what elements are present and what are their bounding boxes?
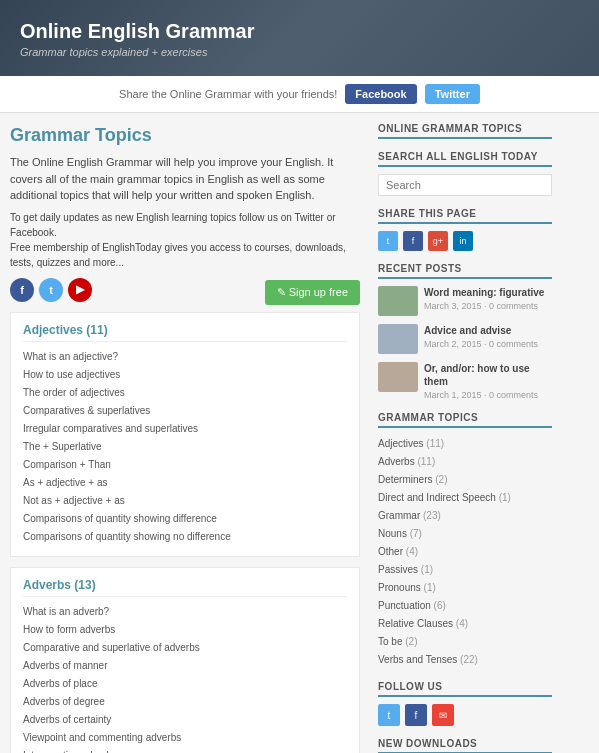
grammar-topic-sidebar-item[interactable]: Nouns (7) [378, 525, 552, 543]
facebook-share-icon[interactable]: f [403, 231, 423, 251]
post-thumbnail [378, 324, 418, 354]
site-title: Online English Grammar [20, 20, 579, 43]
online-grammar-topics-heading: ONLINE GRAMMAR TOPICS [378, 123, 552, 139]
post-info: Or, and/or: how to use themMarch 1, 2015… [424, 362, 552, 400]
sidebar-online-grammar-topics: ONLINE GRAMMAR TOPICS [378, 123, 552, 139]
topic-link[interactable]: Comparisons of quantity showing differen… [23, 510, 347, 528]
topic-link[interactable]: Comparatives & superlatives [23, 402, 347, 420]
grammar-topic-sidebar-item[interactable]: Direct and Indirect Speech (1) [378, 489, 552, 507]
recent-posts-container: Word meaning: figurativeMarch 3, 2015 · … [378, 286, 552, 400]
topic-link[interactable]: The + Superlative [23, 438, 347, 456]
linkedin-share-icon[interactable]: in [453, 231, 473, 251]
grammar-topic-sidebar-item[interactable]: Relative Clauses (4) [378, 615, 552, 633]
topic-link[interactable]: Not as + adjective + as [23, 492, 347, 510]
topic-link[interactable]: Adverbs of certainty [23, 711, 347, 729]
googleplus-share-icon[interactable]: g+ [428, 231, 448, 251]
follow-heading: FOLLOW US [378, 681, 552, 697]
site-header: Online English Grammar Grammar topics ex… [0, 0, 599, 76]
grammar-topic-sidebar-item[interactable]: To be (2) [378, 633, 552, 651]
share-bar-text: Share the Online Grammar with your frien… [119, 88, 337, 100]
topic-link[interactable]: What is an adjective? [23, 348, 347, 366]
recent-post: Or, and/or: how to use themMarch 1, 2015… [378, 362, 552, 400]
recent-post: Word meaning: figurativeMarch 3, 2015 · … [378, 286, 552, 316]
share-icons-row: t f g+ in [378, 231, 552, 251]
grammar-topic-sidebar-item[interactable]: Other (4) [378, 543, 552, 561]
email-follow-icon[interactable]: ✉ [432, 704, 454, 726]
grammar-topic-sidebar-item[interactable]: Pronouns (1) [378, 579, 552, 597]
grammar-topic-sidebar-item[interactable]: Passives (1) [378, 561, 552, 579]
topic-link[interactable]: The order of adjectives [23, 384, 347, 402]
post-info: Advice and adviseMarch 2, 2015 · 0 comme… [424, 324, 552, 349]
grammar-topics-sidebar-heading: GRAMMAR TOPICS [378, 412, 552, 428]
search-input[interactable] [378, 174, 552, 196]
grammar-topic-sidebar-item[interactable]: Adverbs (11) [378, 453, 552, 471]
topic-link[interactable]: How to use adjectives [23, 366, 347, 384]
topic-link[interactable]: Irregular comparatives and superlatives [23, 420, 347, 438]
post-title[interactable]: Or, and/or: how to use them [424, 362, 552, 388]
topic-link[interactable]: Adverbs of degree [23, 693, 347, 711]
topic-sections-container: Adjectives (11)What is an adjective?How … [10, 312, 360, 754]
facebook-share-button[interactable]: Facebook [345, 84, 416, 104]
topic-section-title: Adjectives (11) [23, 323, 347, 342]
share-bar: Share the Online Grammar with your frien… [0, 76, 599, 113]
social-icons: f t ▶ [10, 278, 92, 302]
sidebar-share-section: SHARE THIS PAGE t f g+ in [378, 208, 552, 251]
topic-link[interactable]: Adverbs of place [23, 675, 347, 693]
post-title[interactable]: Advice and advise [424, 324, 552, 337]
recent-post: Advice and adviseMarch 2, 2015 · 0 comme… [378, 324, 552, 354]
topic-link[interactable]: Comparisons of quantity showing no diffe… [23, 528, 347, 546]
grammar-topics-sidebar-list: Adjectives (11)Adverbs (11)Determiners (… [378, 435, 552, 669]
grammar-topic-sidebar-item[interactable]: Determiners (2) [378, 471, 552, 489]
topic-link[interactable]: As + adjective + as [23, 474, 347, 492]
grammar-topic-sidebar-item[interactable]: Punctuation (6) [378, 597, 552, 615]
facebook-follow-icon[interactable]: f [405, 704, 427, 726]
site-subtitle: Grammar topics explained + exercises [20, 46, 579, 58]
sidebar: ONLINE GRAMMAR TOPICS SEARCH ALL ENGLISH… [370, 113, 560, 753]
post-title[interactable]: Word meaning: figurative [424, 286, 552, 299]
social-signup-row: f t ▶ ✎ Sign up free [10, 278, 360, 312]
topic-section: Adverbs (13)What is an adverb?How to for… [10, 567, 360, 754]
topic-link[interactable]: Comparison + Than [23, 456, 347, 474]
topic-link[interactable]: How to form adverbs [23, 621, 347, 639]
topic-link[interactable]: Comparative and superlative of adverbs [23, 639, 347, 657]
topic-link[interactable]: What is an adverb? [23, 603, 347, 621]
topic-section: Adjectives (11)What is an adjective?How … [10, 312, 360, 557]
youtube-social-icon[interactable]: ▶ [68, 278, 92, 302]
post-thumbnail [378, 362, 418, 392]
twitter-share-button[interactable]: Twitter [425, 84, 480, 104]
topic-link[interactable]: Interrogative adverbs [23, 747, 347, 754]
twitter-follow-icon[interactable]: t [378, 704, 400, 726]
twitter-share-icon[interactable]: t [378, 231, 398, 251]
grammar-topic-sidebar-item[interactable]: Verbs and Tenses (22) [378, 651, 552, 669]
content-area: Grammar Topics The Online English Gramma… [0, 113, 370, 753]
sidebar-downloads-section: NEW DOWNLOADS PDFBody parts exercise● 29… [378, 738, 552, 753]
topic-link[interactable]: Viewpoint and commenting adverbs [23, 729, 347, 747]
post-date: March 1, 2015 · 0 comments [424, 390, 552, 400]
post-date: March 3, 2015 · 0 comments [424, 301, 552, 311]
grammar-topics-heading: Grammar Topics [10, 125, 360, 146]
facebook-social-icon[interactable]: f [10, 278, 34, 302]
topic-section-title: Adverbs (13) [23, 578, 347, 597]
main-container: Grammar Topics The Online English Gramma… [0, 113, 599, 753]
signup-button[interactable]: ✎ Sign up free [265, 280, 360, 305]
topic-link[interactable]: Adverbs of manner [23, 657, 347, 675]
post-date: March 2, 2015 · 0 comments [424, 339, 552, 349]
post-info: Word meaning: figurativeMarch 3, 2015 · … [424, 286, 552, 311]
sidebar-recent-posts-section: RECENT POSTS Word meaning: figurativeMar… [378, 263, 552, 400]
sidebar-follow-section: FOLLOW US t f ✉ [378, 681, 552, 726]
sidebar-grammar-topics-section: GRAMMAR TOPICS Adjectives (11)Adverbs (1… [378, 412, 552, 669]
downloads-heading: NEW DOWNLOADS [378, 738, 552, 753]
share-heading: SHARE THIS PAGE [378, 208, 552, 224]
post-thumbnail [378, 286, 418, 316]
intro-text-2: To get daily updates as new English lear… [10, 210, 360, 270]
search-heading: SEARCH ALL ENGLISH TODAY [378, 151, 552, 167]
follow-icons-row: t f ✉ [378, 704, 552, 726]
grammar-topic-sidebar-item[interactable]: Grammar (23) [378, 507, 552, 525]
grammar-topic-sidebar-item[interactable]: Adjectives (11) [378, 435, 552, 453]
recent-posts-heading: RECENT POSTS [378, 263, 552, 279]
sidebar-search-section: SEARCH ALL ENGLISH TODAY [378, 151, 552, 196]
twitter-social-icon[interactable]: t [39, 278, 63, 302]
intro-text-1: The Online English Grammar will help you… [10, 154, 360, 204]
